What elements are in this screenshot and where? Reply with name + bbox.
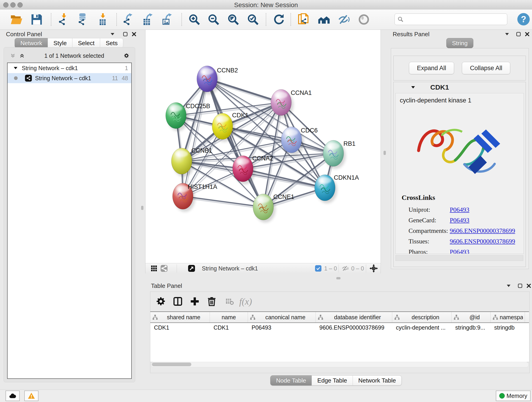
network-node-CCNE1[interactable] xyxy=(253,194,276,223)
network-snapshot-button[interactable] xyxy=(297,13,311,26)
show-columns-button[interactable] xyxy=(171,295,184,308)
network-overview-share-icon[interactable] xyxy=(161,265,167,272)
crosslink-value-link[interactable]: 9606.ENSP00000378699 xyxy=(450,238,515,248)
results-panel: Results Panel String Expand All Collapse… xyxy=(389,30,532,273)
column-header-canonical-name[interactable]: canonical name xyxy=(248,312,316,322)
table-close-icon[interactable] xyxy=(525,282,532,289)
help-button[interactable]: ? xyxy=(517,13,530,26)
table-cell[interactable]: CDK1 xyxy=(150,323,210,333)
collapse-all-icon[interactable] xyxy=(9,52,16,59)
left-splitter-handle[interactable] xyxy=(141,206,143,210)
tab-node-table[interactable]: Node Table xyxy=(270,375,312,385)
refresh-view-button[interactable] xyxy=(272,13,286,26)
panel-close-icon[interactable] xyxy=(131,31,138,38)
zoom-in-button[interactable] xyxy=(187,13,201,26)
tab-network[interactable]: Network xyxy=(15,38,48,48)
network-canvas[interactable]: CCNB2CCNA1CDC25BCDK1CDC6RB1CCNB1CCNA2CDK… xyxy=(145,30,381,263)
function-builder-button[interactable]: f(x) xyxy=(239,295,252,308)
collapse-all-button[interactable]: Collapse All xyxy=(462,62,510,74)
import-table-button[interactable] xyxy=(96,13,109,26)
export-image-button[interactable] xyxy=(160,13,174,26)
crosslink-value-link[interactable]: P06493 xyxy=(450,248,469,254)
table-scrollbar-thumb[interactable] xyxy=(152,363,191,366)
crosslink-value-link[interactable]: 9606.ENSP00000378699 xyxy=(450,227,515,238)
network-row-selected[interactable]: String Network – cdk1 11 48 xyxy=(7,73,131,83)
hidden-eye-slash-icon[interactable] xyxy=(342,265,348,272)
search-input[interactable] xyxy=(405,16,504,23)
fit-content-crosshair-button[interactable] xyxy=(370,265,378,272)
warnings-button[interactable] xyxy=(24,390,38,401)
hide-selected-button[interactable] xyxy=(337,13,351,26)
network-collection-row[interactable]: String Network – cdk1 1 xyxy=(7,63,131,73)
zoom-selected-button[interactable] xyxy=(246,13,260,26)
cloud-status-button[interactable] xyxy=(6,390,20,401)
selected-checkbox[interactable] xyxy=(315,265,322,272)
import-network-from-database-button[interactable] xyxy=(76,13,90,26)
table-row[interactable]: CDK1CDK1P064939606.ENSP00000378699cyclin… xyxy=(150,323,529,333)
show-all-button[interactable] xyxy=(317,13,331,26)
network-status-dot xyxy=(14,76,18,80)
column-header-shared-name[interactable]: shared name xyxy=(150,312,210,322)
delete-table-button[interactable] xyxy=(223,295,236,308)
table-cell[interactable]: stringdb xyxy=(491,323,525,333)
birds-eye-view-button[interactable] xyxy=(151,265,157,272)
import-network-button[interactable] xyxy=(57,13,70,26)
results-scrollbar[interactable] xyxy=(395,255,523,261)
table-cell[interactable]: 9606.ENSP00000378699 xyxy=(316,323,392,333)
table-cell[interactable]: cyclin-dependent ... xyxy=(392,323,452,333)
crosslink-value-link[interactable]: P06493 xyxy=(450,217,469,227)
detach-view-button[interactable] xyxy=(188,265,195,272)
column-header-namespace[interactable]: namespace xyxy=(491,312,525,322)
table-float-icon[interactable] xyxy=(517,282,524,289)
memory-button[interactable]: Memory xyxy=(496,390,531,401)
zoom-fit-button[interactable] xyxy=(226,13,240,26)
node-result-header[interactable]: CDK1 xyxy=(394,82,526,93)
tab-sets[interactable]: Sets xyxy=(100,38,123,48)
panel-menu-icon[interactable] xyxy=(109,31,116,38)
tab-string[interactable]: String xyxy=(446,38,473,48)
save-session-button[interactable] xyxy=(30,13,44,26)
table-options-gear-button[interactable] xyxy=(154,295,167,308)
delete-column-button[interactable] xyxy=(205,295,218,308)
tab-select[interactable]: Select xyxy=(72,38,100,48)
control-panel-tabs: NetworkStyleSelectSets xyxy=(15,38,123,48)
column-header-@id[interactable]: @id xyxy=(452,312,491,322)
network-label: String Network – cdk1 xyxy=(35,75,91,82)
column-header-database-identifier[interactable]: database identifier xyxy=(316,312,392,322)
table-cell[interactable]: CDK1 xyxy=(210,323,248,333)
network-options-gear-icon[interactable] xyxy=(123,52,130,59)
show-selected-button[interactable] xyxy=(357,13,371,26)
network-node-RB1[interactable] xyxy=(323,140,346,169)
table-panel-title: Table Panel xyxy=(151,282,182,289)
results-close-icon[interactable] xyxy=(524,31,531,38)
right-splitter-handle[interactable] xyxy=(384,151,386,155)
tab-style[interactable]: Style xyxy=(48,38,72,48)
column-header-description[interactable]: description xyxy=(392,312,452,322)
results-menu-icon[interactable] xyxy=(504,31,510,38)
tab-edge-table[interactable]: Edge Table xyxy=(312,375,353,385)
crosslink-value-link[interactable]: P06493 xyxy=(450,206,469,217)
open-session-button[interactable] xyxy=(9,13,23,26)
column-header-name[interactable]: name xyxy=(210,312,248,322)
table-cell[interactable]: stringdb:9... xyxy=(452,323,491,333)
add-column-button[interactable] xyxy=(188,295,201,308)
export-network-button[interactable] xyxy=(121,13,135,26)
table-scrollbar[interactable] xyxy=(151,362,529,367)
panel-float-icon[interactable] xyxy=(122,31,129,38)
table-menu-icon[interactable] xyxy=(505,282,512,289)
tree-expander-icon[interactable] xyxy=(13,65,19,71)
section-expander-icon[interactable] xyxy=(410,84,417,91)
network-edge-shadow xyxy=(244,170,326,189)
tab-network-table[interactable]: Network Table xyxy=(353,375,402,385)
export-table-button[interactable] xyxy=(141,13,155,26)
search-field[interactable] xyxy=(394,13,507,25)
expand-all-icon[interactable] xyxy=(19,52,25,59)
network-node-CCNA2[interactable] xyxy=(233,156,255,184)
zoom-out-button[interactable] xyxy=(207,13,220,26)
table-cell[interactable]: P06493 xyxy=(248,323,316,333)
bottom-splitter-handle[interactable] xyxy=(336,277,341,279)
results-float-icon[interactable] xyxy=(515,31,522,38)
control-panel: Control Panel NetworkStyleSelectSets 1 o… xyxy=(2,30,137,383)
zoom-selected-icon xyxy=(247,13,259,26)
expand-all-button[interactable]: Expand All xyxy=(409,62,454,74)
